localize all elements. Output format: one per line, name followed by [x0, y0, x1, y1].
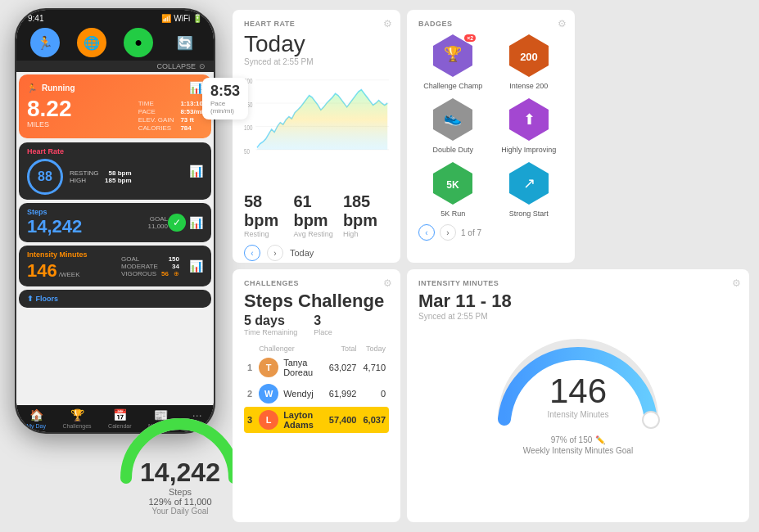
- chart-icon: 📊: [189, 81, 203, 94]
- badge-hex-1: 🏆 ×2: [431, 33, 474, 79]
- badge-challenge-champ: 🏆 ×2 Challenge Champ: [418, 33, 488, 90]
- col-rank: [244, 343, 255, 354]
- svg-text:5K: 5K: [447, 179, 460, 191]
- svg-text:👟: 👟: [444, 109, 463, 127]
- floors-card: ⬆ Floors: [19, 290, 211, 308]
- svg-text:146: 146: [549, 372, 607, 410]
- challenges-panel: CHALLENGES ⚙ Steps Challenge 5 days Time…: [233, 269, 400, 522]
- avatar-2: W: [259, 384, 278, 404]
- intensity-panel-title: INTENSITY MINUTES: [418, 279, 738, 287]
- int-mod-label: MODERATE: [121, 263, 158, 270]
- phone-panel: 9:41 📶 WiFi 🔋 🏃 🌐 ● 🔄 COLLAPSE ⊙ 🏃 Runni…: [0, 0, 229, 532]
- nav-day-icon[interactable]: 🏃: [30, 28, 60, 57]
- collapse-label[interactable]: COLLAPSE: [156, 62, 196, 70]
- rank-1: 1: [247, 363, 252, 372]
- int-mod-val: 34: [172, 263, 179, 270]
- challenger-2: W Wendyj: [259, 384, 323, 404]
- badges-panel: BADGES ⚙ 🏆 ×2 Challenge Champ 200 Intens…: [407, 10, 575, 263]
- int-goal-label: GOAL: [121, 255, 139, 263]
- days-val: 5 days: [244, 313, 297, 328]
- intensity-gauge-svg: 146 Intensity Minutes: [488, 329, 668, 435]
- intensity-sync: Synced at 2:55 PM: [418, 312, 738, 321]
- running-card: 🏃 Running 📊 8.22 MILES TIME 1:13:10 PACE…: [19, 74, 211, 138]
- badge-hex-3: 👟: [431, 97, 474, 142]
- elev-label: ELEV. GAIN: [138, 116, 174, 124]
- edit-icon[interactable]: ✏️: [595, 435, 605, 444]
- challenges-label: Challenges: [63, 423, 92, 429]
- svg-text:⬆: ⬆: [522, 111, 535, 128]
- total-3: 57,400: [329, 415, 357, 425]
- challenges-panel-title: CHALLENGES: [244, 279, 389, 287]
- pace-label: Pace (min/mi): [210, 100, 240, 115]
- int-vig-label: VIGOROUS: [121, 270, 156, 277]
- svg-text:🏆: 🏆: [444, 45, 463, 63]
- int-vig-val: 56: [161, 270, 169, 277]
- badge-hex-4: ⬆: [508, 97, 550, 142]
- badge-double-duty: 👟 Double Duty: [418, 97, 488, 154]
- today-3: 6,037: [363, 415, 386, 425]
- challenger-3: L Layton Adams: [259, 410, 323, 430]
- steps-goal-label: GOAL: [148, 215, 168, 223]
- hr-stats-row: 58 bpm Resting 61 bpm Avg Resting 185 bp…: [244, 192, 389, 238]
- hr-high-stat: 185 bpm High: [343, 192, 389, 238]
- badge-hex-2: 200: [508, 33, 550, 79]
- hr-next-button[interactable]: ›: [267, 245, 283, 261]
- int-vig-icon: ⊕: [174, 270, 179, 277]
- nav-icon-3[interactable]: ●: [124, 28, 153, 57]
- challenge-name: Steps Challenge: [244, 291, 389, 312]
- arc-number: 14,242: [140, 459, 220, 485]
- badge-label-6: Strong Start: [509, 210, 549, 218]
- total-2: 61,992: [326, 381, 360, 407]
- badge-highly-improving: ⬆ Highly Improving: [495, 97, 564, 154]
- intensity-gear-icon[interactable]: ⚙: [732, 277, 741, 289]
- steps-value: 14,242: [27, 216, 82, 237]
- hr-avg-bpm: 61 bpm: [293, 192, 332, 230]
- place-label: Place: [314, 328, 332, 336]
- badges-panel-title: BADGES: [418, 20, 563, 28]
- name-1: Tanya Doreau: [283, 358, 323, 377]
- total-1: 63,027: [326, 354, 360, 381]
- hr-panel-title: HEART RATE: [244, 20, 389, 28]
- challenges-gear-icon[interactable]: ⚙: [383, 277, 392, 289]
- challenge-table: Challenger Total Today 1 T Tanya Doreau …: [244, 343, 389, 433]
- intensity-pct: 97% of 150: [551, 435, 593, 444]
- hr-gear-icon[interactable]: ⚙: [383, 18, 392, 29]
- pace-value: 8:53: [210, 83, 240, 100]
- badge-strong-start: ↗ Strong Start: [495, 160, 564, 218]
- svg-marker-8: [257, 90, 387, 150]
- badge-count-1: ×2: [464, 34, 476, 42]
- nav-icon-4[interactable]: 🔄: [170, 28, 200, 57]
- hr-resting-sub: Resting: [244, 230, 283, 238]
- myday-label: My Day: [26, 423, 46, 429]
- badges-nav: ‹ › 1 of 7: [418, 224, 563, 241]
- badges-next-button[interactable]: ›: [440, 224, 456, 241]
- hr-nav-label: Today: [290, 248, 314, 258]
- hr-card-title: Heart Rate: [27, 147, 183, 156]
- int-goal-val: 150: [169, 255, 179, 263]
- rank-2: 2: [247, 389, 252, 399]
- steps-arc: 14,242 Steps 129% of 11,000 Your Daily G…: [115, 417, 246, 516]
- bottom-nav-myday[interactable]: 🏠 My Day: [26, 408, 46, 429]
- table-row-highlight: 3 L Layton Adams 57,400 6,037: [244, 407, 389, 433]
- badge-label-4: Highly Improving: [501, 146, 556, 154]
- svg-text:100: 100: [244, 124, 252, 132]
- svg-text:50: 50: [244, 147, 250, 156]
- today-1: 4,710: [359, 354, 389, 381]
- hr-prev-button[interactable]: ‹: [244, 245, 260, 261]
- hr-circle: 88: [27, 159, 63, 195]
- steps-card: Steps 14,242 GOAL 11,000 ✓ 📊: [19, 203, 211, 242]
- badge-hex-5: 5K: [431, 160, 474, 206]
- steps-chart-icon: 📊: [189, 216, 203, 229]
- badge-5k-run: 5K 5K Run: [418, 160, 488, 218]
- badges-gear-icon[interactable]: ⚙: [558, 18, 567, 29]
- nav-icon-2[interactable]: 🌐: [77, 28, 106, 57]
- badges-prev-button[interactable]: ‹: [418, 224, 435, 241]
- steps-goal-value: 11,000: [148, 223, 168, 230]
- arc-label: Steps: [140, 487, 220, 497]
- table-row: 2 W Wendyj 61,992 0: [244, 381, 389, 407]
- miles-unit: MILES: [27, 120, 72, 128]
- bottom-nav-challenges[interactable]: 🏆 Challenges: [63, 408, 92, 429]
- name-3: Layton Adams: [283, 410, 323, 430]
- badges-grid: 🏆 ×2 Challenge Champ 200 Intense 200 👟 D…: [418, 33, 563, 218]
- hr-high-bpm: 185 bpm: [343, 192, 389, 230]
